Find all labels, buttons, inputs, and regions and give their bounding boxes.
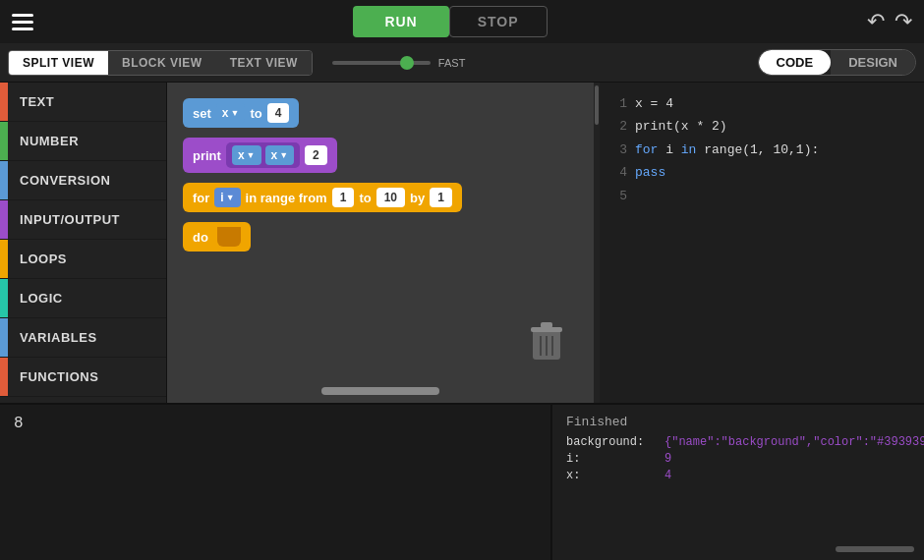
code-text-3: for i in range(1, 10,1): xyxy=(635,139,819,161)
inputoutput-color-bar xyxy=(0,200,8,239)
debug-status: Finished xyxy=(566,415,910,429)
bottom-area: 8 Finished background: {"name":"backgrou… xyxy=(0,403,924,560)
code-line-5: 5 xyxy=(611,185,912,207)
by-keyword: by xyxy=(410,191,425,205)
debug-row-i: i: 9 xyxy=(566,452,910,466)
debug-scrollbar[interactable] xyxy=(836,546,914,552)
tab-design[interactable]: DESIGN xyxy=(831,50,915,75)
debug-panel: Finished background: {"name":"background… xyxy=(550,405,924,560)
debug-val-i: 9 xyxy=(664,452,671,466)
block-canvas[interactable]: set x ▼ to 4 print x ▼ xyxy=(167,83,594,403)
redo-button[interactable]: ↷ xyxy=(895,9,912,34)
do-block-row: do xyxy=(183,222,578,252)
tab-split-view[interactable]: SPLIT VIEW xyxy=(9,51,108,75)
print-block[interactable]: print x ▼ x ▼ 2 xyxy=(183,138,337,173)
sidebar-label-inputoutput: INPUT/OUTPUT xyxy=(8,212,120,227)
sidebar-label-logic: LOGIC xyxy=(8,291,63,306)
code-text-1: x = 4 xyxy=(635,92,673,115)
for-i-dropdown[interactable]: i ▼ xyxy=(214,188,240,207)
code-line-1: 1 x = 4 xyxy=(611,92,912,115)
debug-key-background: background: xyxy=(566,435,664,449)
do-notch xyxy=(217,227,241,247)
view-tabs: SPLIT VIEW BLOCK VIEW TEXT VIEW xyxy=(8,50,313,76)
sidebar-item-logic[interactable]: LOGIC xyxy=(0,279,166,318)
speed-label: FAST xyxy=(438,57,466,69)
set-var-dropdown[interactable]: x ▼ xyxy=(216,103,246,123)
print-value[interactable]: 2 xyxy=(305,145,327,165)
output-value: 8 xyxy=(14,415,24,432)
sidebar-item-functions[interactable]: FUNCTIONS xyxy=(0,358,166,397)
view-bar: SPLIT VIEW BLOCK VIEW TEXT VIEW FAST COD… xyxy=(0,43,924,83)
divider-handle xyxy=(595,85,599,125)
sidebar-item-text[interactable]: TEXT xyxy=(0,83,166,122)
debug-row-background: background: {"name":"background","color"… xyxy=(566,435,910,449)
variables-color-bar xyxy=(0,318,8,357)
sidebar-item-variables[interactable]: VARIABLES xyxy=(0,318,166,358)
to-keyword: to xyxy=(250,106,261,121)
code-panel: 1 x = 4 2 print(x * 2) 3 for i in range(… xyxy=(600,83,924,403)
code-text-4: pass xyxy=(635,161,665,184)
line-num-5: 5 xyxy=(611,185,627,207)
undo-button[interactable]: ↶ xyxy=(867,9,885,34)
main-area: TEXT NUMBER CONVERSION INPUT/OUTPUT LOOP… xyxy=(0,83,924,403)
undo-redo-group: ↶ ↷ xyxy=(867,9,912,34)
tab-block-view[interactable]: BLOCK VIEW xyxy=(108,51,216,75)
code-line-2: 2 print(x * 2) xyxy=(611,115,912,138)
stop-button[interactable]: STOP xyxy=(449,6,548,37)
line-num-1: 1 xyxy=(611,92,627,115)
set-block[interactable]: set x ▼ to 4 xyxy=(183,98,299,128)
set-keyword: set xyxy=(193,106,211,121)
debug-row-x: x: 4 xyxy=(566,469,910,482)
sidebar-label-functions: FUNCTIONS xyxy=(8,369,98,384)
range-by[interactable]: 1 xyxy=(430,188,452,207)
code-design-tabs: CODE DESIGN xyxy=(758,49,916,76)
code-content: 1 x = 4 2 print(x * 2) 3 for i in range(… xyxy=(600,83,924,403)
loops-color-bar xyxy=(0,240,8,278)
debug-key-i: i: xyxy=(566,452,664,466)
svg-rect-2 xyxy=(541,322,552,328)
conversion-color-bar xyxy=(0,161,8,199)
code-line-4: 4 pass xyxy=(611,161,912,184)
print-x-dropdown[interactable]: x ▼ xyxy=(232,145,261,165)
sidebar-item-number[interactable]: NUMBER xyxy=(0,122,166,161)
top-bar: RUN STOP ↶ ↷ xyxy=(0,0,924,43)
sidebar-item-conversion[interactable]: CONVERSION xyxy=(0,161,166,200)
logic-color-bar xyxy=(0,279,8,317)
do-block[interactable]: do xyxy=(183,222,251,252)
line-num-2: 2 xyxy=(611,115,627,138)
sidebar-label-text: TEXT xyxy=(8,94,54,109)
sidebar-item-inputoutput[interactable]: INPUT/OUTPUT xyxy=(0,200,166,240)
sidebar-label-number: NUMBER xyxy=(8,134,79,148)
set-block-row: set x ▼ to 4 xyxy=(183,98,578,128)
set-value[interactable]: 4 xyxy=(267,103,290,123)
speed-slider[interactable] xyxy=(332,61,431,65)
for-block-row: for i ▼ in range from 1 to 10 by 1 xyxy=(183,183,578,212)
for-block[interactable]: for i ▼ in range from 1 to 10 by 1 xyxy=(183,183,462,212)
code-line-3: 3 for i in range(1, 10,1): xyxy=(611,139,912,161)
debug-val-background: {"name":"background","color":"#393939"} xyxy=(664,435,924,449)
menu-button[interactable] xyxy=(12,14,33,30)
code-text-5 xyxy=(635,185,643,207)
sidebar-item-loops[interactable]: LOOPS xyxy=(0,240,166,279)
line-num-4: 4 xyxy=(611,161,627,184)
print-keyword: print xyxy=(193,148,221,163)
tab-text-view[interactable]: TEXT VIEW xyxy=(216,51,312,75)
tab-code[interactable]: CODE xyxy=(759,50,832,75)
output-panel: 8 xyxy=(0,405,550,560)
sidebar-label-conversion: CONVERSION xyxy=(8,173,110,188)
text-color-bar xyxy=(0,83,8,121)
for-keyword: for xyxy=(193,191,209,205)
debug-val-x: 4 xyxy=(664,469,671,482)
range-to[interactable]: 10 xyxy=(376,188,405,207)
in-range-keyword: in range from xyxy=(246,191,327,205)
sidebar-label-variables: VARIABLES xyxy=(8,330,97,345)
print-x2-dropdown[interactable]: x ▼ xyxy=(265,145,295,165)
range-from[interactable]: 1 xyxy=(332,188,355,207)
canvas-scrollbar[interactable] xyxy=(321,387,439,395)
print-block-row: print x ▼ x ▼ 2 xyxy=(183,138,578,173)
trash-icon[interactable] xyxy=(529,320,564,364)
speed-control: FAST xyxy=(332,57,466,69)
debug-key-x: x: xyxy=(566,469,664,482)
run-button[interactable]: RUN xyxy=(353,6,448,37)
dropdown-arrow: ▼ xyxy=(230,108,239,118)
